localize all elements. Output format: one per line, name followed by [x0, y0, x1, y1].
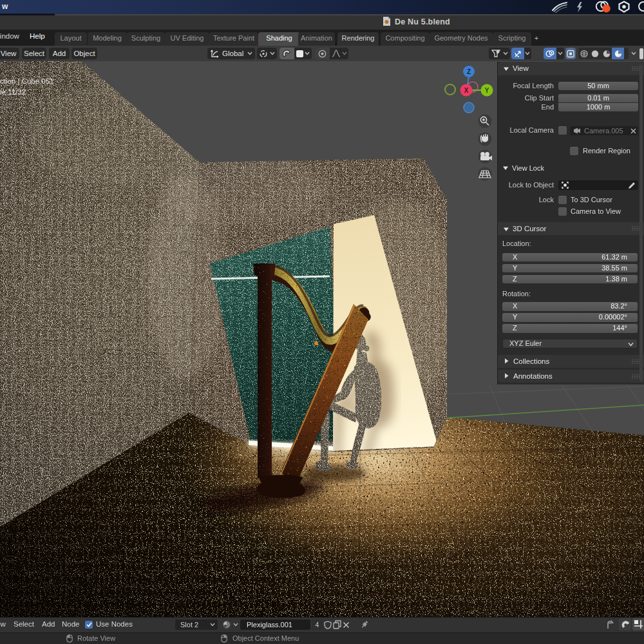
svg-text:ction | Cube.051: ction | Cube.051 — [0, 77, 54, 85]
svg-text:le 11/32: le 11/32 — [0, 88, 26, 96]
svg-text:Z: Z — [467, 68, 471, 75]
svg-text:X: X — [464, 87, 469, 94]
svg-text:Y: Y — [485, 87, 489, 94]
